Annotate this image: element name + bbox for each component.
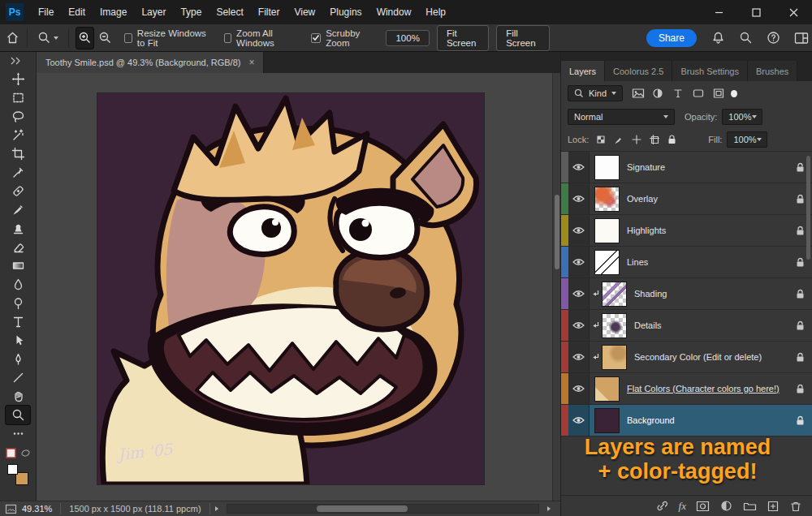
chevron-right-icon[interactable] [547, 506, 551, 511]
artwork-canvas[interactable]: Jim '05 [97, 93, 484, 484]
zoom-out-icon[interactable] [97, 28, 114, 49]
canvas-vertical-scrollbar[interactable] [552, 73, 560, 501]
shape-layers-icon[interactable] [690, 85, 707, 101]
clone-stamp-tool[interactable] [6, 219, 30, 238]
lock-artboard-icon[interactable] [649, 134, 660, 145]
layer-name[interactable]: Flat Colors (Character colors go here!) [620, 384, 791, 393]
minimize-icon[interactable] [700, 0, 737, 24]
bell-icon[interactable] [708, 28, 729, 48]
share-button[interactable]: Share [646, 29, 697, 47]
pixel-layers-icon[interactable] [629, 85, 646, 101]
scrollbar-thumb[interactable] [317, 505, 408, 512]
new-adjustment-icon[interactable] [719, 499, 733, 513]
move-tool[interactable] [6, 70, 30, 88]
layer-name[interactable]: Overlay [620, 194, 791, 204]
color-swatches[interactable] [7, 464, 28, 485]
visibility-eye-icon[interactable] [568, 152, 590, 183]
zoom-tool-icon[interactable] [33, 31, 63, 45]
layer-row[interactable]: Details [561, 310, 812, 342]
layer-row-selected[interactable]: Background [561, 405, 812, 436]
more-options-icon[interactable] [6, 424, 30, 443]
zoom-in-icon[interactable] [76, 28, 94, 49]
layer-name[interactable]: Signature [620, 162, 791, 172]
path-selection-tool[interactable] [6, 331, 30, 350]
healing-brush-tool[interactable] [6, 182, 30, 200]
panel-scrollbar[interactable] [806, 156, 810, 260]
scrollbar-thumb[interactable] [555, 195, 559, 269]
tab-brush-settings[interactable]: Brush Settings [672, 61, 748, 81]
tab-brushes[interactable]: Brushes [748, 61, 797, 81]
visibility-eye-icon[interactable] [568, 373, 590, 404]
adjustment-layers-icon[interactable] [650, 85, 667, 101]
eyedropper-tool[interactable] [6, 163, 30, 182]
layer-style-icon[interactable]: fx [679, 500, 686, 513]
canvas-area[interactable]: Jim '05 [37, 73, 560, 501]
lock-image-icon[interactable] [613, 134, 624, 145]
menu-file[interactable]: File [31, 0, 61, 24]
layer-thumbnail[interactable] [602, 282, 627, 307]
layer-name[interactable]: Background [620, 415, 791, 425]
home-icon[interactable] [5, 28, 21, 48]
new-layer-icon[interactable] [767, 500, 780, 513]
layer-row[interactable]: Shading [561, 278, 812, 310]
menu-window[interactable]: Window [369, 0, 419, 24]
lasso-tool[interactable] [6, 107, 30, 126]
magic-wand-tool[interactable] [6, 126, 30, 144]
layer-name[interactable]: Lines [620, 257, 791, 267]
blend-mode-dropdown[interactable]: Normal [568, 109, 675, 125]
dodge-tool[interactable] [6, 294, 30, 312]
layer-thumbnail[interactable] [594, 155, 620, 180]
smart-objects-icon[interactable] [710, 85, 728, 101]
close-tab-icon[interactable]: × [248, 57, 254, 68]
layer-thumbnail[interactable] [594, 187, 620, 212]
layer-thumbnail[interactable] [602, 313, 627, 338]
zoom-level[interactable]: 49.31% [22, 504, 52, 514]
checkbox-box[interactable] [311, 33, 321, 43]
chevron-right-icon[interactable] [215, 506, 218, 511]
tab-coolorus[interactable]: Coolorus 2.5 [605, 61, 672, 81]
filter-kind-dropdown[interactable]: Kind [568, 85, 623, 101]
menu-edit[interactable]: Edit [61, 0, 93, 24]
opacity-dropdown[interactable]: 100% [722, 109, 762, 125]
workspace-icon[interactable] [791, 28, 812, 48]
zoom-tool[interactable] [6, 406, 30, 424]
layer-row[interactable]: Highlights [561, 215, 812, 247]
new-group-icon[interactable] [743, 500, 757, 512]
menu-select[interactable]: Select [209, 0, 250, 24]
filter-toggle-icon[interactable] [731, 90, 737, 97]
menu-view[interactable]: View [287, 0, 322, 24]
layer-name[interactable]: Shading [627, 289, 791, 299]
fill-screen-button[interactable]: Fill Screen [496, 25, 550, 51]
layer-row[interactable]: Lines [561, 247, 812, 278]
lock-all-icon[interactable] [667, 134, 677, 145]
quick-mask-icon[interactable] [6, 448, 16, 458]
layer-name[interactable]: Details [627, 320, 791, 330]
canvas-horizontal-scrollbar[interactable] [227, 504, 539, 514]
visibility-eye-icon[interactable] [568, 215, 590, 246]
menu-layer[interactable]: Layer [134, 0, 173, 24]
checkbox-zoom-all-windows[interactable]: Zoom All Windows [224, 28, 295, 48]
fill-dropdown[interactable]: 100% [727, 131, 767, 148]
checkbox-box[interactable] [224, 33, 232, 43]
type-tool[interactable] [6, 312, 30, 331]
blur-tool[interactable] [6, 275, 30, 294]
layer-thumbnail[interactable] [594, 218, 620, 243]
visibility-eye-icon[interactable] [568, 278, 590, 309]
foreground-color-swatch[interactable] [7, 464, 18, 475]
hand-tool[interactable] [6, 387, 30, 406]
line-tool[interactable] [6, 368, 30, 387]
layer-thumbnail[interactable] [594, 408, 620, 433]
zoom-100-button[interactable]: 100% [386, 30, 429, 46]
visibility-eye-icon[interactable] [568, 183, 590, 214]
layer-name[interactable]: Highlights [620, 226, 791, 235]
layer-row[interactable]: Overlay [561, 183, 812, 215]
visibility-eye-icon[interactable] [568, 342, 590, 372]
type-layers-icon[interactable] [670, 85, 687, 101]
visibility-eye-icon[interactable] [568, 247, 590, 277]
search-icon[interactable] [736, 28, 757, 48]
layer-row[interactable]: Secondary Color (Edit or delete) [561, 342, 812, 373]
visibility-eye-icon[interactable] [568, 405, 590, 436]
fit-screen-button[interactable]: Fit Screen [437, 25, 489, 51]
pen-tool[interactable] [6, 350, 30, 368]
layer-thumbnail[interactable] [594, 376, 620, 402]
